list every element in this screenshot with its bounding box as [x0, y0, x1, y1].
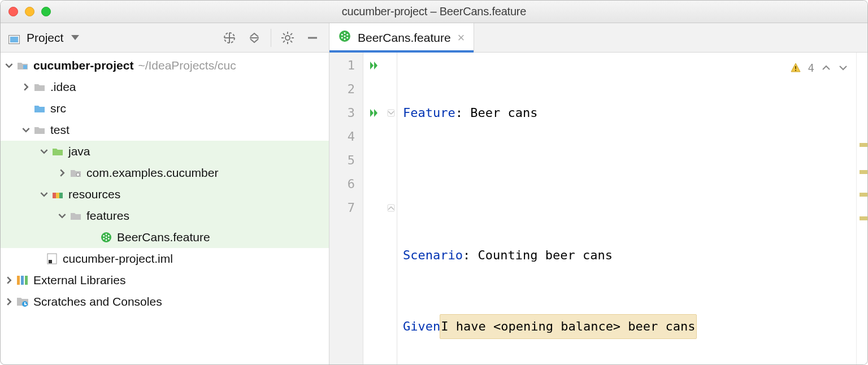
warning-stripe-mark[interactable]: [860, 193, 867, 197]
tree-node-label: cucumber-project.iml: [63, 252, 173, 266]
project-view-dropdown-icon[interactable]: [71, 35, 79, 40]
editor-tab-active[interactable]: BeerCans.feature ×: [329, 23, 474, 52]
error-stripe[interactable]: [856, 53, 867, 364]
minimize-window-button[interactable]: [25, 7, 34, 16]
tree-node-label: BeerCans.feature: [117, 231, 210, 244]
folder-icon: [32, 125, 47, 134]
code-line[interactable]: Given I have <opening balance> beer cans: [403, 315, 856, 338]
tree-node-external-libraries[interactable]: External Libraries: [1, 270, 329, 291]
tree-node-label: com.examples.cucumber: [86, 166, 218, 180]
svg-rect-34: [25, 276, 28, 285]
code-line[interactable]: [403, 172, 856, 196]
editor-body: 1 2 3 4 5 6 7: [329, 53, 867, 364]
fold-start-icon[interactable]: [387, 109, 395, 117]
chevron-down-icon[interactable]: [22, 126, 30, 134]
svg-line-12: [290, 41, 292, 42]
run-gutter[interactable]: [363, 53, 385, 364]
chevron-right-icon[interactable]: [58, 169, 66, 177]
libraries-icon: [15, 275, 30, 286]
svg-point-41: [341, 34, 343, 36]
line-number[interactable]: 2: [329, 77, 363, 101]
run-feature-icon[interactable]: [369, 60, 379, 71]
warning-stripe-mark[interactable]: [860, 170, 867, 174]
tree-node-package[interactable]: com.examples.cucumber: [1, 162, 329, 184]
chevron-down-icon[interactable]: [5, 62, 13, 69]
chevron-down-icon[interactable]: [58, 212, 66, 220]
tree-node-src[interactable]: src: [1, 98, 329, 119]
ide-window: cucumber-project – BeerCans.feature Proj…: [0, 0, 868, 365]
tree-node-label: features: [86, 209, 129, 223]
line-number[interactable]: 3: [329, 101, 363, 125]
tree-node-root[interactable]: cucumber-project ~/IdeaProjects/cuc: [1, 55, 329, 76]
close-window-button[interactable]: [8, 7, 18, 16]
settings-button[interactable]: [277, 27, 298, 49]
inspection-widget[interactable]: 4: [790, 56, 848, 80]
tree-node-scratches[interactable]: Scratches and Consoles: [1, 291, 329, 312]
tree-node-feature-file[interactable]: BeerCans.feature: [1, 227, 329, 248]
test-resources-folder-icon: [50, 190, 65, 199]
prev-highlight-icon[interactable]: [821, 63, 831, 73]
project-tree[interactable]: cucumber-project ~/IdeaProjects/cuc .ide…: [1, 53, 329, 364]
line-number-gutter[interactable]: 1 2 3 4 5 6 7: [329, 53, 363, 364]
svg-point-43: [341, 37, 343, 38]
svg-rect-31: [49, 260, 52, 263]
tree-node-resources[interactable]: resources: [1, 184, 329, 205]
chevron-down-icon[interactable]: [40, 190, 48, 198]
chevron-right-icon[interactable]: [22, 83, 30, 91]
chevron-right-icon[interactable]: [5, 298, 13, 306]
warning-stripe-mark[interactable]: [860, 143, 867, 147]
tree-node-path: ~/IdeaProjects/cuc: [138, 59, 236, 72]
code-area[interactable]: Feature: Beer cans Scenario: Counting be…: [397, 53, 856, 364]
keyword-scenario: Scenario: [403, 244, 463, 267]
tree-node-label: .idea: [50, 80, 76, 94]
svg-point-6: [285, 36, 290, 40]
tree-node-label: resources: [68, 188, 120, 201]
svg-point-25: [103, 235, 105, 237]
tree-node-test[interactable]: test: [1, 119, 329, 141]
line-number[interactable]: 4: [329, 125, 363, 149]
line-number[interactable]: 1: [329, 54, 363, 77]
svg-line-13: [283, 41, 285, 42]
svg-rect-49: [795, 70, 796, 71]
chevron-right-icon[interactable]: [5, 276, 13, 284]
warning-stripe-mark[interactable]: [860, 216, 867, 220]
keyword-given: Given: [403, 315, 440, 338]
package-icon: [68, 168, 83, 177]
tree-node-features[interactable]: features: [1, 205, 329, 227]
svg-line-11: [283, 33, 285, 35]
collapse-all-button[interactable]: [244, 27, 265, 49]
code-line[interactable]: Scenario: Counting beer cans: [403, 244, 856, 267]
warning-icon: [790, 62, 801, 73]
svg-point-44: [346, 37, 348, 38]
zoom-window-button[interactable]: [41, 7, 51, 16]
module-icon: [15, 61, 30, 70]
tree-node-java[interactable]: java: [1, 141, 329, 162]
line-number[interactable]: 5: [329, 149, 363, 172]
editor-tab-label: BeerCans.feature: [358, 31, 451, 45]
locate-file-button[interactable]: [219, 27, 240, 49]
project-sidebar: Project: [1, 23, 329, 364]
fold-end-icon[interactable]: [387, 204, 395, 212]
tree-node-iml[interactable]: cucumber-project.iml: [1, 248, 329, 270]
line-number[interactable]: 6: [329, 172, 363, 196]
code-line[interactable]: Feature: Beer cans: [403, 101, 856, 125]
tree-node-idea[interactable]: .idea: [1, 76, 329, 98]
run-scenario-icon[interactable]: [369, 108, 379, 118]
line-number[interactable]: 7: [329, 196, 363, 220]
folder-icon: [32, 82, 47, 92]
code-text: : Counting beer cans: [463, 244, 613, 267]
folder-icon: [68, 211, 83, 220]
fold-gutter[interactable]: [385, 53, 397, 364]
svg-line-14: [290, 33, 292, 35]
tree-node-label: test: [50, 123, 70, 137]
svg-rect-21: [59, 193, 63, 198]
chevron-down-icon[interactable]: [40, 147, 48, 155]
project-view-label[interactable]: Project: [27, 31, 63, 45]
next-highlight-icon[interactable]: [838, 63, 848, 73]
step-text: I have <opening balance> beer cans: [440, 314, 696, 339]
cucumber-file-icon: [338, 30, 351, 45]
close-tab-button[interactable]: ×: [458, 32, 465, 44]
hide-sidebar-button[interactable]: [302, 27, 323, 49]
svg-point-40: [344, 38, 345, 40]
svg-rect-37: [24, 304, 27, 305]
